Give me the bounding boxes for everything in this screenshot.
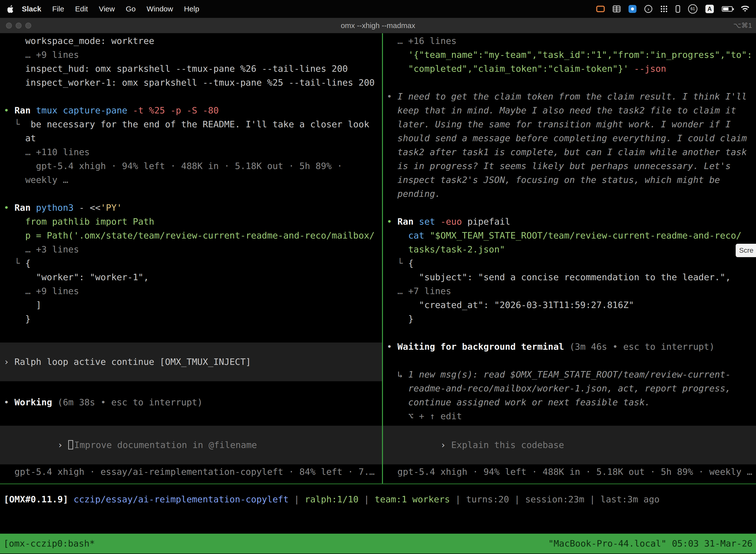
window-title: omx --xhigh --madmax: [0, 21, 756, 30]
zoom-button[interactable]: [25, 22, 31, 29]
blue-app-icon[interactable]: [629, 5, 636, 13]
terminal-area: workspace_mode: worktree … +9 lines insp…: [0, 33, 756, 484]
screen-recording-icon[interactable]: [596, 6, 605, 12]
omx-footer: [OMX#0.11.9] cczip/essay/ai-reimplementa…: [0, 484, 756, 534]
screen-share-tooltip: Scre: [736, 244, 756, 257]
prompt-placeholder-left: Improve documentation in @filename: [74, 440, 257, 450]
wifi-icon[interactable]: [741, 5, 750, 12]
close-button[interactable]: [6, 22, 12, 29]
desktop: Slack File Edit View Go Window Help › 61…: [0, 0, 756, 554]
prompt-suggestion-right: Explain this codebase: [451, 440, 564, 450]
tmux-session-window[interactable]: [omx-cczip0:bash*: [3, 534, 95, 554]
dark-app-icon[interactable]: ›: [644, 5, 652, 13]
text-cursor: [68, 440, 73, 449]
inject-banner: › Ralph loop active continue [OMX_TMUX_I…: [0, 342, 382, 381]
menu-edit[interactable]: Edit: [70, 5, 93, 13]
prompt-input-left[interactable]: › Improve documentation in @filename: [0, 426, 382, 464]
working-status-line: • Working (6m 38s • esc to interrupt): [0, 395, 382, 409]
terminal-output-left: workspace_mode: worktree … +9 lines insp…: [0, 34, 382, 326]
dots-grid-icon[interactable]: [660, 5, 668, 13]
omx-status-line: [OMX#0.11.9] cczip/essay/ai-reimplementa…: [0, 492, 756, 506]
battery-icon[interactable]: [722, 6, 733, 12]
window-title-bar: omx --xhigh --madmax ⌥⌘1: [0, 18, 756, 33]
input-source-icon[interactable]: A: [705, 5, 714, 13]
window-controls: [0, 22, 35, 29]
tmux-host-clock: "MacBook-Pro-44.local" 05:03 31-Mar-26: [548, 534, 753, 554]
battery-gauge-icon[interactable]: 61: [688, 4, 697, 14]
grid-table-icon[interactable]: [613, 5, 621, 12]
menu-app-name[interactable]: Slack: [17, 5, 47, 13]
window-shortcut-hint: ⌥⌘1: [733, 21, 752, 30]
left-terminal-pane[interactable]: workspace_mode: worktree … +9 lines insp…: [0, 33, 382, 484]
model-status-right: gpt-5.4 xhigh · 94% left · 488K in · 5.1…: [383, 465, 756, 479]
menu-help[interactable]: Help: [179, 5, 205, 13]
menu-left: Slack File Edit View Go Window Help: [5, 5, 205, 13]
menu-go[interactable]: Go: [120, 5, 141, 13]
macos-menu-bar: Slack File Edit View Go Window Help › 61…: [0, 0, 756, 18]
tmux-status-bar: [omx-cczip0:bash* "MacBook-Pro-44.local"…: [0, 534, 756, 554]
model-status-left: gpt-5.4 xhigh · essay/ai-reimplementatio…: [0, 465, 382, 479]
battery-percent: 61: [691, 7, 695, 11]
menu-file[interactable]: File: [47, 5, 69, 13]
prompt-input-right[interactable]: › Explain this codebase: [383, 426, 756, 464]
device-icon[interactable]: [676, 5, 680, 13]
terminal-output-right: … +16 lines '{"team_name":"my-team","tas…: [383, 34, 756, 423]
menu-status-icons: › 61 A: [596, 4, 751, 14]
prompt-chevron-right: ›: [441, 440, 451, 450]
minimize-button[interactable]: [16, 22, 21, 29]
right-terminal-pane[interactable]: … +16 lines '{"team_name":"my-team","tas…: [383, 33, 756, 484]
prompt-chevron-left: ›: [58, 440, 68, 450]
input-source-letter: A: [705, 5, 714, 13]
menu-view[interactable]: View: [93, 5, 120, 13]
apple-menu-icon[interactable]: [5, 5, 17, 13]
menu-window[interactable]: Window: [141, 5, 179, 13]
